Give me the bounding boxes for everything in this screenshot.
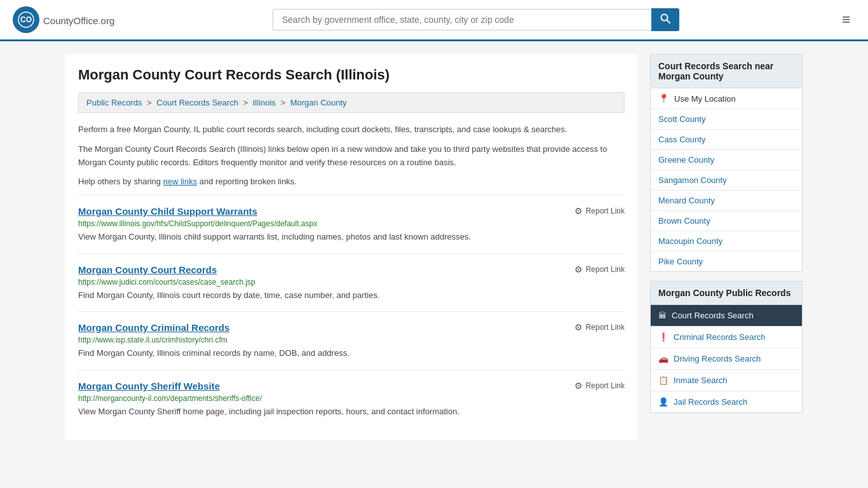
breadcrumb-court-records[interactable]: Court Records Search bbox=[156, 98, 238, 107]
nearby-county-item[interactable]: Cass County bbox=[651, 130, 802, 150]
nearby-county-item[interactable]: Menard County bbox=[651, 191, 802, 211]
record-title-1[interactable]: Morgan County Court Records bbox=[78, 264, 217, 275]
breadcrumb-public-records[interactable]: Public Records bbox=[86, 98, 142, 107]
public-records-link-3[interactable]: Inmate Search bbox=[674, 376, 728, 385]
nearby-county-link-0[interactable]: Scott County bbox=[658, 114, 705, 124]
location-pin-icon: 📍 bbox=[658, 93, 669, 104]
record-desc-2: Find Morgan County, Illinois criminal re… bbox=[78, 347, 625, 360]
header: CO CountyOffice.org ≡ bbox=[0, 0, 868, 41]
report-link-2[interactable]: ⚙ Report Link bbox=[574, 322, 625, 332]
sidebar-item-icon-4: 👤 bbox=[658, 397, 668, 407]
public-records-list: 🏛 Court Records Search ❗ Criminal Record… bbox=[650, 305, 803, 413]
search-input[interactable] bbox=[273, 9, 651, 30]
record-entry: Morgan County Sheriff Website ⚙ Report L… bbox=[78, 370, 625, 428]
record-entry: Morgan County Court Records ⚙ Report Lin… bbox=[78, 254, 625, 312]
sidebar-item-icon-2: 🚗 bbox=[658, 354, 668, 363]
sidebar-public-records-section: Morgan County Public Records 🏛 Court Rec… bbox=[650, 281, 803, 413]
public-records-item[interactable]: 🚗 Driving Records Search bbox=[651, 348, 802, 370]
report-icon-3: ⚙ bbox=[574, 381, 583, 391]
sidebar-public-records-title: Morgan County Public Records bbox=[650, 281, 803, 305]
record-url-3: http://morgancounty-il.com/departments/s… bbox=[78, 394, 625, 403]
sidebar-item-icon-0: 🏛 bbox=[658, 311, 667, 320]
breadcrumb-morgan-county[interactable]: Morgan County bbox=[290, 98, 347, 107]
report-link-1[interactable]: ⚙ Report Link bbox=[574, 264, 625, 274]
nearby-county-link-4[interactable]: Menard County bbox=[658, 196, 715, 205]
public-records-link-4[interactable]: Jail Records Search bbox=[674, 397, 747, 407]
nearby-county-item[interactable]: Pike County bbox=[651, 252, 802, 271]
logo-text: CountyOffice.org bbox=[43, 13, 114, 27]
nearby-county-list: 📍 Use My Location Scott CountyCass Count… bbox=[650, 88, 803, 272]
main-container: Morgan County Court Records Search (Illi… bbox=[53, 41, 815, 453]
search-area bbox=[273, 8, 679, 31]
report-link-0[interactable]: ⚙ Report Link bbox=[574, 206, 625, 216]
nearby-county-link-7[interactable]: Pike County bbox=[658, 257, 703, 266]
nearby-county-link-5[interactable]: Brown County bbox=[658, 216, 710, 226]
breadcrumb-illinois[interactable]: Illinois bbox=[253, 98, 276, 107]
menu-button[interactable]: ≡ bbox=[837, 9, 855, 30]
record-desc-3: View Morgan County Sheriff home page, in… bbox=[78, 405, 625, 418]
breadcrumb: Public Records > Court Records Search > … bbox=[78, 92, 625, 113]
record-desc-1: Find Morgan County, Illinois court recor… bbox=[78, 289, 625, 302]
nearby-county-item[interactable]: Sangamon County bbox=[651, 170, 802, 191]
record-title-2[interactable]: Morgan County Criminal Records bbox=[78, 322, 229, 333]
sidebar-nearby-title: Court Records Search near Morgan County bbox=[650, 54, 803, 88]
new-links[interactable]: new links bbox=[163, 177, 197, 186]
record-entry: Morgan County Criminal Records ⚙ Report … bbox=[78, 311, 625, 370]
record-desc-0: View Morgan County, Illinois child suppo… bbox=[78, 231, 625, 243]
public-records-item[interactable]: 🏛 Court Records Search bbox=[651, 305, 802, 327]
logo-area[interactable]: CO CountyOffice.org bbox=[13, 6, 114, 33]
desc1: Perform a free Morgan County, IL public … bbox=[78, 123, 625, 137]
record-url-2: http://www.isp.state.il.us/crimhistory/c… bbox=[78, 336, 625, 344]
sidebar-item-icon-3: 📋 bbox=[658, 376, 668, 385]
public-records-item[interactable]: 👤 Jail Records Search bbox=[651, 391, 802, 412]
public-records-link-1[interactable]: Criminal Records Search bbox=[674, 332, 766, 342]
report-icon-2: ⚙ bbox=[574, 322, 583, 332]
report-icon-0: ⚙ bbox=[574, 206, 583, 216]
record-title-3[interactable]: Morgan County Sheriff Website bbox=[78, 381, 220, 391]
public-records-item[interactable]: ❗ Criminal Records Search bbox=[651, 327, 802, 348]
svg-line-3 bbox=[667, 20, 670, 24]
sidebar-nearby-section: Court Records Search near Morgan County … bbox=[650, 54, 803, 272]
records-container: Morgan County Child Support Warrants ⚙ R… bbox=[78, 195, 625, 428]
record-url-0: https://www.illinois.gov/hfs/ChildSuppor… bbox=[78, 219, 625, 228]
svg-text:CO: CO bbox=[20, 15, 32, 24]
desc3: Help others by sharing new links and rep… bbox=[78, 175, 625, 189]
record-url-1: https://www.judici.com/courts/cases/case… bbox=[78, 278, 625, 287]
page-title: Morgan County Court Records Search (Illi… bbox=[78, 67, 625, 83]
nearby-county-item[interactable]: Brown County bbox=[651, 211, 802, 231]
content-area: Morgan County Court Records Search (Illi… bbox=[65, 54, 637, 440]
public-records-link-0[interactable]: Court Records Search bbox=[672, 311, 754, 320]
report-icon-1: ⚙ bbox=[574, 264, 583, 274]
nearby-county-item[interactable]: Scott County bbox=[651, 109, 802, 130]
use-my-location[interactable]: 📍 Use My Location bbox=[651, 88, 802, 109]
public-records-item[interactable]: 📋 Inmate Search bbox=[651, 370, 802, 391]
record-title-0[interactable]: Morgan County Child Support Warrants bbox=[78, 206, 257, 217]
public-records-link-2[interactable]: Driving Records Search bbox=[674, 354, 761, 363]
nearby-county-item[interactable]: Greene County bbox=[651, 150, 802, 170]
logo-icon: CO bbox=[13, 6, 39, 33]
report-link-3[interactable]: ⚙ Report Link bbox=[574, 381, 625, 391]
nearby-county-item[interactable]: Macoupin County bbox=[651, 231, 802, 252]
nearby-county-link-2[interactable]: Greene County bbox=[658, 155, 714, 165]
search-button[interactable] bbox=[651, 8, 679, 31]
desc2: The Morgan County Court Records Search (… bbox=[78, 143, 625, 170]
nearby-county-link-3[interactable]: Sangamon County bbox=[658, 175, 727, 185]
nearby-county-link-6[interactable]: Macoupin County bbox=[658, 236, 722, 246]
record-entry: Morgan County Child Support Warrants ⚙ R… bbox=[78, 195, 625, 254]
sidebar-item-icon-1: ❗ bbox=[658, 332, 668, 342]
nearby-county-link-1[interactable]: Cass County bbox=[658, 135, 705, 144]
sidebar: Court Records Search near Morgan County … bbox=[650, 54, 803, 440]
